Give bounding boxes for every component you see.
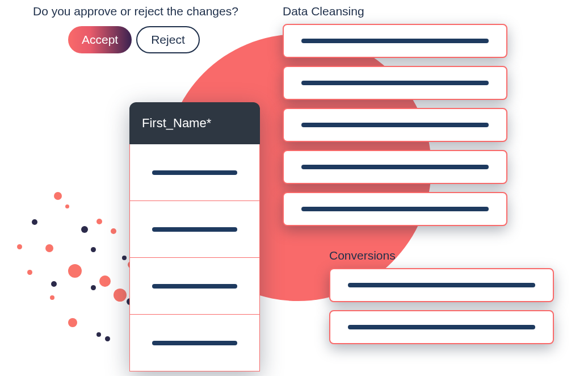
dot-icon: [96, 332, 101, 337]
cleansing-row: [283, 24, 507, 58]
data-bar-icon: [152, 170, 237, 175]
conversion-row: [329, 268, 554, 302]
dot-icon: [91, 285, 96, 290]
dot-icon: [122, 256, 127, 260]
dot-icon: [32, 219, 37, 225]
data-bar-icon: [301, 123, 489, 127]
dot-icon: [45, 244, 53, 252]
dot-icon: [51, 281, 57, 287]
data-cleansing-label: Data Cleansing: [283, 5, 364, 18]
cleansing-row: [283, 66, 507, 100]
column-card: First_Name*: [129, 102, 260, 371]
column-cell: [129, 315, 260, 371]
approval-prompt: Do you approve or reject the changes?: [33, 5, 238, 18]
dot-icon: [91, 247, 96, 252]
data-bar-icon: [152, 227, 237, 232]
dot-icon: [65, 204, 69, 208]
cleansing-row: [283, 108, 507, 142]
cleansing-row: [283, 192, 507, 226]
accept-button[interactable]: Accept: [68, 26, 132, 53]
dot-icon: [68, 264, 82, 278]
conversions-panel: [329, 268, 554, 344]
column-cell: [129, 201, 260, 258]
dot-icon: [105, 336, 110, 341]
data-bar-icon: [301, 39, 489, 43]
conversions-label: Conversions: [329, 249, 396, 262]
reject-button[interactable]: Reject: [136, 26, 200, 53]
dot-icon: [27, 270, 32, 275]
dot-icon: [81, 226, 88, 233]
data-bar-icon: [348, 325, 535, 329]
data-cleansing-panel: [283, 24, 507, 226]
dot-icon: [54, 192, 62, 200]
approval-buttons: Accept Reject: [68, 26, 200, 53]
conversion-row: [329, 310, 554, 344]
cleansing-row: [283, 150, 507, 184]
data-bar-icon: [301, 207, 489, 211]
data-bar-icon: [152, 284, 237, 289]
dot-icon: [17, 244, 22, 249]
dot-icon: [50, 295, 54, 300]
dot-icon: [96, 219, 102, 224]
column-header: First_Name*: [129, 102, 260, 144]
dot-icon: [114, 289, 127, 302]
dot-icon: [99, 275, 111, 287]
column-cell: [129, 144, 260, 201]
data-bar-icon: [152, 341, 237, 345]
dot-icon: [68, 318, 77, 327]
dot-icon: [111, 228, 116, 234]
data-bar-icon: [301, 165, 489, 169]
data-bar-icon: [348, 283, 535, 287]
column-cell: [129, 258, 260, 315]
data-bar-icon: [301, 81, 489, 85]
